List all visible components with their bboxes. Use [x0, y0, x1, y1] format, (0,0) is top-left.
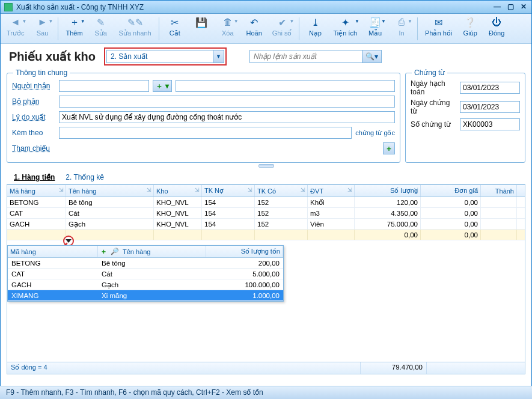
main-toolbar: ◄Trước▼►Sau▼＋Thêm▼✎Sửa✎✎Sửa nhanh✂Cắt💾🗑X…	[1, 14, 531, 44]
grid-row[interactable]: GACHGạchKHO_NVL154152Viên75.000,000,00	[7, 219, 525, 230]
grid-new-row[interactable]: 0,00 0,00	[7, 230, 525, 240]
item-lookup-popup[interactable]: Mã hàng ＋ 🔎 Tên hàng Số lượng tồn BETONG…	[7, 245, 284, 302]
grid-row[interactable]: CATCátKHO_NVL154152m34.350,000,00	[7, 208, 525, 219]
grid-row[interactable]: BETONGBê tôngKHO_NVL154152Khối120,000,00	[7, 197, 525, 208]
header-row: Phiếu xuất kho 2. Sản xuất ▼ 🔍▾	[1, 44, 531, 69]
tab-items[interactable]: 1. Hàng tiền	[13, 171, 56, 184]
toolbar-util-button[interactable]: ✦Tiện ích▼	[329, 15, 361, 38]
toolbar-tmpl-button[interactable]: 🧾Mẫu▼	[363, 15, 387, 38]
receiver-name-input[interactable]	[176, 80, 395, 92]
receiver-label[interactable]: Người nhận	[12, 82, 55, 90]
toolbar-cut-button[interactable]: ✂Cắt	[163, 15, 187, 38]
splitter[interactable]	[1, 163, 531, 169]
chevron-down-icon: ▼	[289, 19, 294, 24]
receiver-picker-button[interactable]: ＋ ▾	[153, 80, 172, 92]
general-legend: Thông tin chung	[13, 69, 70, 77]
popup-col-mahang[interactable]: Mã hàng	[8, 246, 98, 257]
voucher-type-select[interactable]: 2. Sản xuất ▼	[106, 50, 224, 63]
chevron-down-icon	[66, 239, 72, 243]
col-tenhang[interactable]: Tên hàng⇲	[66, 185, 154, 196]
chevron-down-icon: ▼	[408, 19, 412, 24]
col-soluong[interactable]: Số lượng⇲	[355, 185, 421, 196]
grid-header: Mã hàng⇲ Tên hàng⇲ Kho⇲ TK Nợ⇲ TK Có⇲ ĐV…	[7, 185, 525, 197]
popup-row[interactable]: GACHGạch100.000,00	[8, 279, 283, 290]
popup-col-tenhang[interactable]: ＋ 🔎 Tên hàng	[98, 246, 206, 257]
acc-date-input[interactable]: 03/01/2023	[460, 82, 520, 94]
toolbar-edit-button: ✎Sửa	[89, 15, 113, 38]
popup-row[interactable]: CATCát5.000,00	[8, 269, 283, 279]
general-info-group: Thông tin chung Người nhận ＋ ▾ Bộ phận L…	[7, 73, 400, 163]
app-icon	[4, 3, 13, 11]
toolbar-del-button: 🗑Xóa▼	[216, 15, 240, 38]
toolbar-undo-button[interactable]: ↶Hoãn	[242, 15, 266, 38]
vch-no-input[interactable]: XK00003	[460, 118, 520, 130]
toolbar-fb-button[interactable]: ✉Phản hồi	[421, 15, 456, 38]
status-bar: F9 - Thêm nhanh, F3 - Tìm nhanh, F6 - ch…	[0, 386, 532, 399]
vch-date-input[interactable]: 03/01/2023	[460, 101, 520, 113]
orig-voucher-note: chứng từ gốc	[355, 129, 395, 137]
items-grid[interactable]: Mã hàng⇲ Tên hàng⇲ Kho⇲ TK Nợ⇲ TK Có⇲ ĐV…	[7, 184, 525, 374]
col-tkno[interactable]: TK Nợ⇲	[202, 185, 255, 196]
maximize-button[interactable]: ▢	[506, 3, 515, 11]
toolbar-save-button[interactable]: 💾	[189, 15, 213, 31]
vch-no-label: Số chứng từ	[411, 120, 456, 129]
toolbar-close-button[interactable]: ⏻Đóng	[485, 15, 509, 38]
toolbar-print-button: ⎙In▼	[390, 15, 414, 38]
rowcount-label: Số dòng = 4	[7, 362, 361, 374]
reason-input[interactable]: Xuất NVL sử dụng để xây dựng đường cống …	[59, 111, 395, 123]
toolbar-add-button[interactable]: ＋Thêm▼	[62, 15, 86, 38]
chevron-down-icon: ▼	[81, 19, 85, 24]
voucher-type-highlight: 2. Sản xuất ▼	[104, 47, 227, 65]
attach-input[interactable]	[59, 127, 352, 139]
popup-row[interactable]: BETONGBê tông200,00	[8, 258, 283, 269]
cut-icon: ✂	[169, 16, 181, 28]
toolbar-next-button: ►Sau▼	[30, 15, 54, 38]
col-dongia[interactable]: Đơn giá⇲	[421, 185, 481, 196]
chevron-down-icon: ▼	[381, 19, 386, 24]
detail-tabs: 1. Hàng tiền 2. Thống kê	[7, 170, 525, 184]
plus-icon[interactable]: ＋	[100, 247, 107, 256]
close-icon: ⏻	[491, 16, 503, 28]
col-dvt[interactable]: ĐVT⇲	[308, 185, 355, 196]
ref-label[interactable]: Tham chiếu	[12, 144, 55, 153]
dept-input[interactable]	[59, 96, 395, 108]
search-icon[interactable]: 🔍▾	[362, 50, 381, 62]
page-title: Phiếu xuất kho	[9, 49, 96, 64]
load-icon: ⤓	[309, 16, 321, 28]
production-order-search[interactable]: 🔍▾	[249, 50, 382, 63]
tab-stats[interactable]: 2. Thống kê	[64, 171, 105, 184]
edit-icon: ✎	[95, 16, 107, 28]
util-icon: ✦	[339, 16, 351, 28]
help-icon: ❔	[464, 16, 476, 28]
toolbar-load-button[interactable]: ⤓Nạp	[303, 15, 327, 38]
toolbar-qedit-button: ✎✎Sửa nhanh	[115, 15, 155, 38]
chevron-down-icon: ▼	[234, 19, 239, 24]
popup-col-soluongton[interactable]: Số lượng tồn	[206, 246, 283, 257]
col-mahang[interactable]: Mã hàng⇲	[7, 185, 66, 196]
next-icon: ►	[36, 16, 48, 28]
save-icon: 💾	[195, 16, 207, 28]
col-thanh[interactable]: Thành	[481, 185, 517, 196]
chevron-down-icon[interactable]: ▼	[213, 50, 224, 62]
toolbar-post-button: ✔Ghi sổ▼	[269, 15, 296, 38]
minimize-button[interactable]: —	[493, 3, 501, 11]
binoculars-icon[interactable]: 🔎	[111, 248, 119, 255]
ref-add-button[interactable]: ＋	[383, 142, 395, 154]
voucher-legend: Chứng từ	[412, 69, 447, 77]
chevron-down-icon: ▼	[22, 19, 27, 24]
receiver-code-input[interactable]	[59, 80, 149, 92]
toolbar-help-button[interactable]: ❔Giúp	[458, 15, 482, 38]
dept-label[interactable]: Bộ phận	[12, 97, 55, 106]
reason-label[interactable]: Lý do xuất	[12, 113, 55, 121]
col-tkco[interactable]: TK Có⇲	[255, 185, 308, 196]
undo-icon: ↶	[248, 16, 260, 28]
toolbar-prev-button: ◄Trước▼	[3, 15, 28, 38]
del-icon: 🗑	[222, 16, 234, 28]
post-icon: ✔	[276, 16, 288, 28]
popup-row[interactable]: XIMANGXi măng1.000,00	[8, 290, 283, 301]
grid-footer: Số dòng = 4 79.470,00	[7, 362, 525, 374]
close-window-button[interactable]: ✕	[519, 3, 528, 11]
search-input[interactable]	[250, 52, 362, 61]
qedit-icon: ✎✎	[129, 16, 141, 28]
col-kho[interactable]: Kho⇲	[154, 185, 202, 196]
